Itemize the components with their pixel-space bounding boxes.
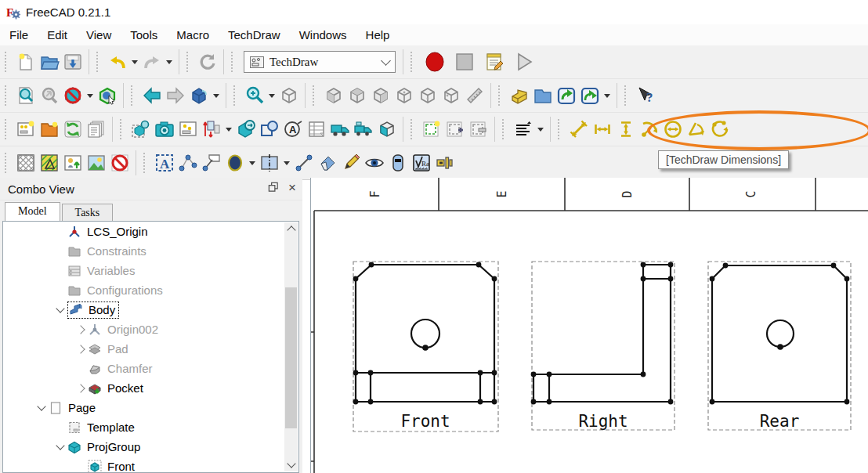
zoom-button[interactable] [243,82,266,109]
shape-2d-view-button[interactable] [375,116,399,143]
close-panel-icon[interactable]: × [288,182,296,193]
toolbar-grip[interactable] [410,119,416,139]
toolbar-grip[interactable] [96,52,102,72]
axonometric-view-button[interactable] [277,82,301,109]
show-hide-edges-button[interactable] [363,150,386,176]
tree-item-origin002[interactable]: Origin002 [3,320,298,339]
redo-button[interactable] [140,49,164,75]
toolbar-grip[interactable] [624,85,630,106]
toolbar-grip[interactable] [5,52,10,72]
clip-group-remove-button[interactable] [467,116,490,143]
isometric-view-button[interactable] [187,82,211,109]
line-attributes-dropdown-caret[interactable] [537,128,544,132]
toolbar-grip[interactable] [131,85,136,106]
expand-chevron[interactable] [53,306,67,314]
tree-scrollbar[interactable] [284,222,298,471]
clip-group-add-button[interactable] [443,116,467,143]
menu-file[interactable]: File [0,26,38,44]
section-view-button[interactable] [234,116,258,143]
view-rear[interactable]: Rear [708,262,851,431]
undo-button[interactable] [106,49,129,75]
macro-stop-button[interactable] [450,49,479,75]
new-page-default-button[interactable] [14,116,38,143]
toolbar-grip[interactable] [502,119,508,139]
nav-forward-button[interactable] [164,82,187,109]
toolbar-grip[interactable] [143,153,149,173]
whats-this-button[interactable]: ? [634,82,657,109]
refresh-button[interactable] [196,49,219,75]
scrollbar-thumb[interactable] [285,287,297,428]
menu-techdraw[interactable]: TechDraw [219,26,290,44]
measure-distance-button[interactable] [463,82,486,109]
tree-item-configurations[interactable]: Configurations [3,280,298,300]
dimension-horizontal-button[interactable] [591,116,614,143]
annotation-button[interactable]: A [153,150,176,176]
clip-group-button[interactable] [420,116,443,143]
tree-item-front[interactable]: Front [3,457,298,473]
isometric-dropdown-caret[interactable] [213,94,219,98]
view-right[interactable]: Right [531,262,675,431]
macro-play-button[interactable] [509,49,539,75]
detail-view-button[interactable]: A [281,116,305,143]
tree-item-chamfer[interactable]: Chamfer [3,359,298,378]
float-panel-icon[interactable] [268,182,279,193]
fit-selection-button[interactable] [38,82,61,109]
toggle-frames-button[interactable] [108,150,132,176]
insert-projection-annotation-button[interactable] [176,116,200,143]
tab-model[interactable]: Model [5,202,60,221]
scroll-down-arrow[interactable] [284,458,298,471]
tree-item-projgroup[interactable]: ProjGroup [3,437,298,457]
rich-annotation-button[interactable] [223,150,247,176]
save-document-button[interactable] [61,49,85,75]
scroll-up-arrow[interactable] [284,222,298,236]
dimension-vertical-button[interactable] [614,116,638,143]
insert-image-button[interactable] [85,150,108,176]
draw-style-dropdown-caret[interactable] [87,94,93,98]
expand-chevron[interactable] [74,326,88,334]
print-all-pages-button[interactable] [85,116,108,143]
expand-chevron[interactable] [74,385,88,392]
view-top-button[interactable] [345,82,369,109]
new-page-template-button[interactable] [38,116,61,143]
tree-item-template[interactable]: Template [3,417,298,437]
toolbar-grip[interactable] [5,119,10,139]
menu-edit[interactable]: Edit [38,26,77,44]
toolbar-grip[interactable] [558,119,563,139]
menu-macro[interactable]: Macro [167,26,219,44]
tree-item-variables[interactable]: Variables [3,261,298,280]
complex-section-button[interactable] [258,116,281,143]
create-part-button[interactable] [508,82,531,109]
drawing-canvas[interactable]: F E D C Front [310,178,868,473]
macro-edit-button[interactable] [479,49,509,75]
make-link-button[interactable] [555,82,578,109]
weld-symbol-button[interactable] [433,150,457,176]
cosmetic-line-button[interactable] [292,150,316,176]
tab-tasks[interactable]: Tasks [62,204,114,221]
redraw-page-button[interactable] [61,116,85,143]
projection-group-dropdown-caret[interactable] [226,128,232,132]
view-front-button[interactable] [322,82,345,109]
view-right-button[interactable] [369,82,392,109]
rich-annotation-dropdown-caret[interactable] [249,161,255,165]
export-page-dxf-button[interactable] [352,116,375,143]
menu-help[interactable]: Help [356,26,400,44]
tree-item-constraints[interactable]: Constraints [3,241,298,261]
insert-symbol-button[interactable] [61,150,85,176]
hatch-face-button[interactable] [14,150,38,176]
fit-all-button[interactable] [14,82,38,109]
new-document-button[interactable] [14,49,38,75]
dimension-radius-button[interactable] [638,116,661,143]
dimension-length-button[interactable] [567,116,591,143]
menu-windows[interactable]: Windows [290,26,356,44]
create-group-button[interactable] [531,82,555,109]
draw-style-button[interactable] [61,82,85,109]
open-document-button[interactable] [38,49,61,75]
tree-item-pad[interactable]: Pad [3,339,298,359]
toolbar-grip[interactable] [233,85,239,106]
view-left-button[interactable] [439,82,463,109]
tree-item-pocket[interactable]: Pocket [3,378,298,398]
centerline-dropdown-caret[interactable] [284,161,290,165]
dimension-3pt-angle-button[interactable] [708,116,732,143]
link-dropdown-caret[interactable] [604,94,610,98]
view-front[interactable]: Front [353,262,498,431]
